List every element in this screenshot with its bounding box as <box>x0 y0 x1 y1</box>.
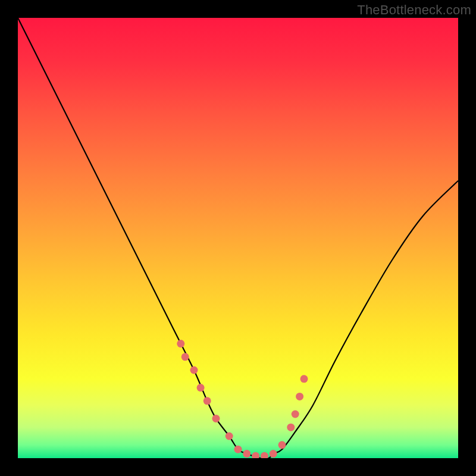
curve-marker <box>234 446 242 453</box>
watermark-text: TheBottleneck.com <box>357 2 471 18</box>
curve-marker <box>203 397 211 405</box>
curve-marker <box>296 393 303 400</box>
chart-background <box>18 18 458 458</box>
curve-marker <box>177 340 184 347</box>
curve-marker <box>212 415 220 422</box>
curve-marker <box>270 450 277 458</box>
curve-marker <box>226 433 233 440</box>
curve-marker <box>190 367 198 374</box>
chart-plot <box>18 18 458 458</box>
curve-marker <box>278 441 286 449</box>
curve-marker <box>287 424 295 431</box>
chart-frame: TheBottleneck.com <box>0 0 476 476</box>
curve-marker <box>300 375 308 383</box>
curve-marker <box>243 450 250 458</box>
curve-marker <box>181 353 189 361</box>
curve-marker <box>292 411 299 418</box>
curve-marker <box>197 384 205 392</box>
